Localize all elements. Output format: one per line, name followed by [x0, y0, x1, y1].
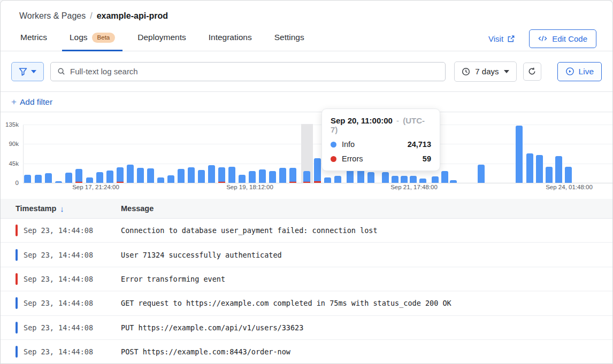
chart-bar[interactable]	[419, 179, 426, 183]
chart-bar[interactable]	[208, 165, 215, 183]
bar-info-segment	[432, 176, 439, 183]
chart-bar[interactable]	[106, 171, 113, 183]
chart-bar[interactable]	[314, 158, 321, 183]
log-message: Error transforming event	[121, 275, 225, 283]
chart-bar[interactable]	[96, 172, 103, 183]
chart-bar[interactable]	[432, 176, 439, 183]
tab-integrations[interactable]: Integrations	[208, 26, 253, 51]
bar-info-segment	[86, 177, 93, 183]
chart-bar[interactable]	[75, 169, 82, 183]
bar-info-segment	[536, 155, 543, 183]
bar-info-segment	[55, 181, 62, 183]
chart-bar[interactable]	[401, 176, 408, 183]
log-row[interactable]: Sep 23, 14:44:08Connection to database u…	[1, 219, 612, 243]
chart-bar[interactable]	[117, 167, 124, 183]
chart-bar[interactable]	[239, 175, 246, 183]
bar-info-segment	[334, 176, 341, 183]
chart-bar[interactable]	[167, 175, 174, 183]
search-input[interactable]	[70, 67, 439, 76]
tab-deployments[interactable]: Deployments	[136, 26, 187, 51]
chart-bar[interactable]	[269, 171, 276, 183]
chart-bar[interactable]	[334, 176, 341, 183]
chart-bar[interactable]	[218, 167, 225, 183]
clock-icon	[462, 67, 470, 76]
visit-link[interactable]: Visit	[488, 34, 515, 43]
chart-bar[interactable]	[198, 170, 205, 183]
chart-bar[interactable]	[259, 169, 266, 183]
bar-info-segment	[450, 180, 457, 183]
error-level-indicator	[16, 224, 18, 236]
chart-bar[interactable]	[35, 175, 42, 183]
active-tab-underline	[62, 50, 122, 51]
play-circle-icon	[565, 67, 574, 76]
chart-bar[interactable]	[347, 169, 354, 183]
bar-info-segment	[324, 177, 331, 183]
tab-metrics[interactable]: Metrics	[19, 26, 48, 51]
tooltip-rows: Info24,713Errors59	[331, 140, 431, 163]
bar-info-segment	[289, 168, 296, 182]
refresh-button[interactable]	[523, 63, 541, 81]
bar-info-segment	[526, 153, 533, 183]
chart-bar[interactable]	[324, 177, 331, 183]
add-filter-button[interactable]: + Add filter	[11, 97, 52, 107]
chart-bar[interactable]	[228, 167, 235, 183]
breadcrumb-section[interactable]: Workers & Pages	[19, 11, 86, 21]
log-row[interactable]: Sep 23, 14:44:08User 71324 successfully …	[1, 243, 612, 267]
chart-bar[interactable]	[367, 172, 374, 183]
live-button[interactable]: Live	[557, 62, 602, 81]
sort-desc-icon[interactable]: ↓	[60, 204, 64, 213]
log-row[interactable]: Sep 23, 14:44:08Error transforming event	[1, 267, 612, 291]
chart-bar[interactable]	[392, 176, 399, 183]
tab-logs[interactable]: Logs Beta	[68, 26, 116, 51]
chart-bar[interactable]	[127, 165, 134, 183]
log-row[interactable]: Sep 23, 14:44:08GET request to https://e…	[1, 291, 612, 315]
bar-info-segment	[35, 175, 42, 183]
tooltip-series-row: Info24,713	[331, 140, 431, 149]
tab-label: Logs	[70, 33, 88, 42]
chart-bar[interactable]	[382, 172, 389, 183]
chart-bar[interactable]	[441, 171, 448, 183]
chart-bar[interactable]	[536, 155, 543, 183]
log-row[interactable]: Sep 23, 14:44:08PUT https://example.com/…	[1, 316, 612, 340]
search-box[interactable]	[50, 62, 446, 81]
chart-bar[interactable]	[137, 168, 144, 183]
bar-info-segment	[410, 176, 417, 183]
chart-bar[interactable]	[65, 173, 72, 183]
bar-info-segment	[147, 168, 154, 183]
chart-bar[interactable]	[555, 156, 562, 183]
chart-bar[interactable]	[157, 177, 164, 183]
column-header-timestamp[interactable]: Timestamp ↓	[1, 204, 106, 213]
filter-button[interactable]	[11, 62, 44, 81]
edit-code-button[interactable]: Edit Code	[529, 29, 596, 48]
beta-badge: Beta	[92, 33, 116, 43]
chart-bar[interactable]	[526, 153, 533, 183]
tab-settings[interactable]: Settings	[273, 26, 305, 51]
chart-bar[interactable]	[516, 126, 523, 183]
time-range-dropdown[interactable]: 7 days	[454, 61, 516, 82]
log-message: GET request to https://example.com compl…	[121, 299, 451, 307]
chart-bar[interactable]	[289, 168, 296, 183]
bar-info-segment	[137, 168, 144, 183]
chart-bar[interactable]	[249, 171, 256, 183]
chart-bar[interactable]	[178, 169, 185, 183]
chevron-down-icon	[504, 70, 509, 73]
series-color-dot	[331, 156, 336, 162]
funnel-icon	[19, 67, 27, 76]
chart-bar[interactable]	[45, 173, 52, 183]
chart-bar[interactable]	[24, 175, 31, 183]
chart-bar[interactable]	[86, 177, 93, 183]
chart-bar[interactable]	[55, 181, 62, 183]
column-header-message[interactable]: Message	[106, 204, 154, 213]
chart-bar[interactable]	[147, 168, 154, 183]
chart-bar[interactable]	[546, 167, 553, 183]
log-message: POST https://example.com:8443/order-now	[121, 347, 290, 356]
chart-bar[interactable]	[410, 176, 417, 183]
chart-bar[interactable]	[303, 171, 310, 183]
log-row[interactable]: Sep 23, 14:44:08POST https://example.com…	[1, 340, 612, 364]
chart-bar[interactable]	[188, 167, 195, 183]
chart-bar[interactable]	[565, 167, 572, 183]
chart-bar[interactable]	[450, 180, 457, 183]
chart-bar[interactable]	[279, 168, 286, 183]
chart-bar[interactable]	[478, 165, 485, 183]
bar-error-segment	[117, 182, 124, 183]
